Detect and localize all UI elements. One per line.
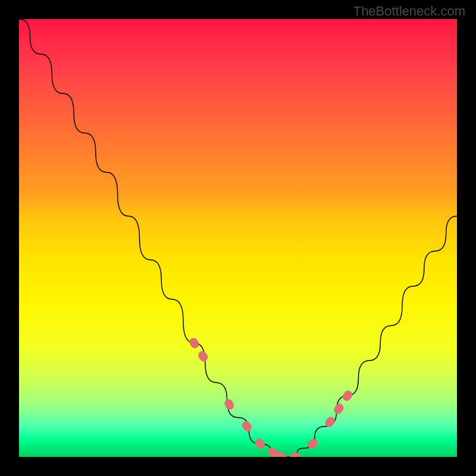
watermark-text: TheBottleneck.com <box>353 4 465 19</box>
marker-dot <box>223 397 236 411</box>
marker-dot <box>188 336 201 350</box>
marker-dot <box>253 437 267 450</box>
marker-dot <box>341 389 354 403</box>
marker-dot <box>240 419 253 433</box>
marker-dots <box>188 336 354 457</box>
marker-dot <box>306 437 320 450</box>
chart-plot-area <box>19 19 457 457</box>
marker-dot <box>196 349 209 363</box>
curve-line <box>19 19 457 457</box>
marker-dot <box>332 402 345 416</box>
marker-dot <box>290 453 300 457</box>
chart-svg <box>19 19 457 457</box>
